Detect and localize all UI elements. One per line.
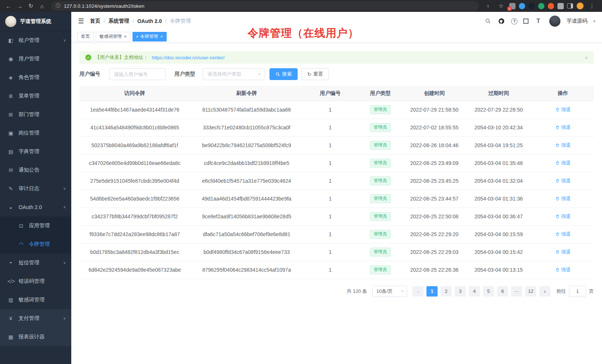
force-logout-button[interactable]: 强退	[555, 142, 571, 149]
breadcrumb-item[interactable]: 令牌管理	[170, 18, 191, 24]
address-bar[interactable]: ⓘ 127.0.0.1:1024/system/oauth2/token	[51, 1, 479, 11]
sidebar-item[interactable]: ◈ 角色管理	[0, 68, 71, 87]
page-button[interactable]: 5	[483, 286, 494, 297]
user-type-tag: 管理员	[370, 159, 391, 168]
site-info-icon[interactable]: ⓘ	[56, 3, 60, 9]
share-icon[interactable]: ↑	[483, 1, 493, 10]
main-area: 令牌管理（在线用户） ☰ 首页 / 系统管理 / OAuth 2	[71, 12, 602, 364]
page-size-select[interactable]: 10条/页 ∨	[372, 286, 407, 297]
reset-button[interactable]: ↻ 重置	[301, 68, 329, 80]
tab-label: 令牌管理	[140, 33, 158, 40]
table-row: c347026e805e4d99b0d116eae66eda8c cdfc4ce…	[79, 154, 594, 172]
breadcrumb-item[interactable]: 系统管理	[108, 18, 129, 24]
breadcrumb-item[interactable]: 首页	[90, 18, 100, 24]
page-button[interactable]: 1	[426, 286, 438, 297]
refresh-token-cell: 811c530487574fa0af1a59d3abc1aa66	[190, 101, 303, 119]
trash-icon	[555, 125, 560, 130]
page-button[interactable]: 2	[441, 286, 452, 297]
extension-icon[interactable]: 0	[509, 3, 516, 9]
page-button[interactable]: 6	[497, 286, 508, 297]
create-time-cell: 2022-06-25 22:26:36	[403, 261, 465, 279]
sidebar-item[interactable]: ✉ 通知公告	[0, 161, 71, 179]
next-page-button[interactable]: ›	[539, 286, 550, 297]
logo-image	[5, 16, 16, 27]
github-icon[interactable]	[498, 17, 505, 25]
sidebar-item[interactable]: ⊞ 部门管理	[0, 105, 71, 124]
username[interactable]: 芋道源码	[566, 18, 587, 24]
sidebar-item[interactable]: ▤ 字典管理	[0, 142, 71, 161]
search-button[interactable]: 搜索	[269, 68, 298, 80]
caret-down-icon: ∨	[401, 289, 404, 293]
errcode-icon: </>	[7, 278, 14, 284]
extension-icon[interactable]	[548, 3, 554, 9]
user-type-cell: 管理员	[357, 136, 403, 154]
tab-close-icon[interactable]: ×	[124, 34, 127, 39]
page-button[interactable]: 4	[469, 286, 480, 297]
sidebar-item[interactable]: ◒ OAuth 2.0 ∧	[0, 198, 71, 216]
doc-link[interactable]: https://doc.iocoder.cn/user-center/	[152, 55, 225, 60]
app-logo[interactable]: 芋道管理系统	[0, 12, 71, 31]
trash-icon	[555, 143, 560, 148]
goto-page-input[interactable]	[569, 286, 586, 297]
search-icon[interactable]	[484, 17, 492, 25]
force-logout-button[interactable]: 强退	[555, 160, 571, 166]
sidebar-item[interactable]: ◓ 短信管理 ∨	[0, 254, 71, 272]
sidebar-item[interactable]: ¥ 支付管理 ∨	[0, 309, 71, 328]
extensions-puzzle-icon[interactable]	[557, 3, 564, 9]
page-button[interactable]: 12	[525, 286, 536, 297]
sidebar-item[interactable]: ◧ 租户管理 ∨	[0, 31, 71, 50]
tab-close-icon[interactable]: ×	[160, 34, 163, 39]
expire-time-cell: 2054-03-04 00:13:15	[465, 261, 532, 279]
reload-icon[interactable]: ↻	[26, 1, 36, 10]
sidebar-item-label: 角色管理	[19, 74, 66, 81]
force-logout-button[interactable]: 强退	[555, 267, 571, 273]
force-logout-button[interactable]: 强退	[555, 124, 571, 131]
sidebar-item[interactable]: ◠ 令牌管理	[0, 235, 71, 254]
browser-menu-icon[interactable]: ⋮	[587, 1, 597, 10]
tags-view: 首页 敏感词管理 × ● 令牌管理 ×	[71, 30, 602, 43]
force-logout-button[interactable]: 强退	[555, 178, 571, 184]
page-button[interactable]: 3	[455, 286, 466, 297]
sidebar-item[interactable]: </> 错误码管理	[0, 272, 71, 291]
extension-icon[interactable]	[538, 3, 544, 9]
column-header: 操作	[532, 86, 594, 101]
browser-profile-avatar[interactable]	[576, 2, 584, 10]
refresh-token-cell: be90422b8c7946218275a508bf524fc9	[190, 136, 303, 154]
sidebar-item[interactable]: ▣ 岗位管理	[0, 124, 71, 142]
force-logout-button[interactable]: 强退	[555, 249, 571, 255]
home-icon[interactable]: ⌂	[37, 1, 47, 10]
sidebar-item[interactable]: ▥ 敏感词管理	[0, 291, 71, 309]
sidebar-item[interactable]: ≣ 菜单管理	[0, 87, 71, 105]
side-panel-icon[interactable]	[567, 3, 573, 9]
breadcrumb-separator: /	[104, 18, 105, 24]
bookmark-star-icon[interactable]: ☆	[496, 1, 506, 10]
user-id-input[interactable]	[109, 68, 166, 80]
user-avatar[interactable]	[549, 16, 560, 27]
force-logout-button[interactable]: 强退	[555, 195, 571, 202]
extension-icon[interactable]	[529, 3, 535, 9]
force-logout-button[interactable]: 强退	[555, 213, 571, 220]
font-size-icon[interactable]: T	[534, 17, 542, 25]
sidebar-item[interactable]: ✎ 审计日志 ∨	[0, 179, 71, 198]
sidebar-item[interactable]: ⊡ 应用管理	[0, 216, 71, 235]
tab[interactable]: 敏感词管理 ×	[96, 32, 130, 42]
breadcrumb-item[interactable]: OAuth 2.0	[137, 18, 162, 24]
user-menu-caret-icon[interactable]: ▾	[593, 19, 595, 24]
user-type-select[interactable]: 请选择用户类型 ∨	[203, 68, 265, 80]
sidebar-toggle-icon[interactable]: ☰	[78, 17, 84, 25]
force-logout-button[interactable]: 强退	[555, 106, 571, 113]
page-button[interactable]: ···	[511, 286, 522, 297]
back-icon[interactable]: ←	[4, 1, 13, 10]
forward-icon[interactable]: →	[15, 1, 24, 10]
force-logout-button[interactable]: 强退	[555, 231, 571, 238]
extension-icon[interactable]	[519, 3, 525, 9]
sidebar-item-label: 岗位管理	[19, 130, 66, 136]
fullscreen-icon[interactable]	[523, 19, 529, 24]
sidebar-item[interactable]: ▦ 报表设计器	[0, 328, 71, 346]
alert-close-icon[interactable]: ×	[585, 54, 588, 61]
prev-page-button[interactable]: ‹	[412, 286, 423, 297]
tab[interactable]: ● 令牌管理 ×	[132, 32, 167, 42]
tab[interactable]: 首页	[77, 32, 94, 42]
help-icon[interactable]: ?	[511, 18, 517, 24]
sidebar-item[interactable]: ◉ 用户管理	[0, 50, 71, 68]
